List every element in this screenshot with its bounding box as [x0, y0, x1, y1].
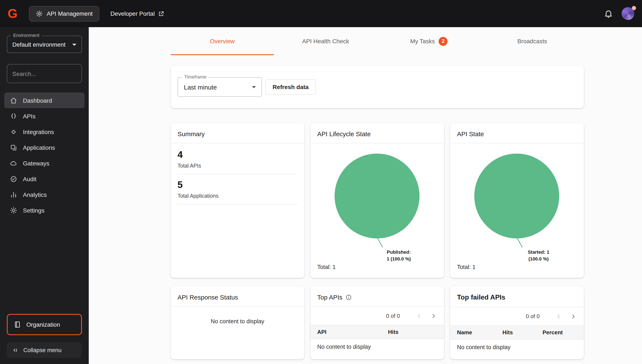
audit-icon [10, 175, 18, 183]
app-switcher-label: API Management [47, 10, 93, 17]
pie-callout-line [517, 238, 524, 248]
collapse-menu-button[interactable]: Collapse menu [7, 342, 82, 358]
user-avatar[interactable] [622, 7, 634, 20]
applications-icon [10, 144, 18, 151]
chevron-down-icon [252, 86, 256, 88]
stat-value: 4 [177, 149, 297, 160]
sidebar-search [7, 64, 82, 83]
settings-gear-icon [10, 206, 18, 214]
info-icon[interactable] [346, 294, 352, 300]
topbar: G API Management Developer Portal [0, 0, 642, 27]
api-response-status-title: API Response Status [171, 286, 304, 307]
tab-label: API Health Check [302, 38, 349, 44]
sidebar-item-applications[interactable]: Applications [4, 140, 85, 155]
sidebar-bottom: Organization Collapse menu [0, 314, 89, 364]
next-page-button[interactable] [426, 309, 441, 323]
api-state-pie-chart[interactable] [474, 154, 559, 238]
search-input[interactable] [12, 70, 89, 77]
api-lifecycle-state-card: API Lifecycle State Published: 1 (100.0 … [310, 123, 444, 278]
column-header-hits: Hits [496, 329, 536, 336]
previous-page-button[interactable] [412, 309, 426, 323]
tab-my-tasks[interactable]: My Tasks 2 [377, 27, 481, 55]
tab-api-health-check[interactable]: API Health Check [274, 27, 378, 55]
sidebar-item-label: Integrations [23, 128, 54, 135]
clipped-card [171, 363, 304, 364]
sidebar-item-settings[interactable]: Settings [4, 202, 85, 218]
stat-total-applications: 5 Total Applications [177, 174, 297, 204]
sidebar-item-label: Settings [23, 207, 44, 214]
pie-label-line1: Published: [371, 249, 426, 256]
next-page-button[interactable] [566, 309, 580, 324]
top-failed-apis-paginator: 0 of 0 [450, 307, 584, 326]
top-apis-table-header: API Hits [310, 325, 444, 339]
external-link-icon [158, 10, 165, 17]
avatar-status-dot [632, 6, 636, 10]
sidebar-item-dashboard[interactable]: Dashboard [4, 92, 85, 108]
lifecycle-pie-label: Published: 1 (100.0 %) [371, 249, 426, 262]
environment-label: Environment [11, 33, 42, 38]
tab-broadcasts[interactable]: Broadcasts [481, 27, 584, 55]
tab-overview[interactable]: Overview [171, 27, 274, 55]
developer-portal-label: Developer Portal [110, 10, 155, 17]
top-apis-title: Top APIs [317, 294, 342, 301]
app-switcher-button[interactable]: API Management [29, 6, 99, 22]
my-tasks-badge: 2 [439, 37, 448, 46]
app-window: G API Management Developer Portal [0, 0, 642, 364]
column-header-percent: Percent [536, 329, 584, 336]
sidebar-item-label: Audit [23, 176, 37, 182]
collapse-menu-label: Collapse menu [23, 347, 62, 353]
pie-label-line1: Started: 1 [511, 249, 566, 256]
stat-value: 5 [177, 180, 297, 190]
top-failed-apis-table-header: Name Hits Percent [450, 326, 584, 340]
environment-selector[interactable]: Environment Default environment [7, 36, 82, 53]
column-header-api: API [310, 329, 381, 335]
tab-label: Overview [210, 38, 235, 44]
gravitee-logo[interactable]: G [8, 6, 22, 21]
api-response-status-card: API Response Status No content to displa… [171, 286, 304, 359]
sidebar-item-gateways[interactable]: Gateways [4, 155, 85, 171]
column-header-name: Name [450, 329, 496, 336]
pie-label-line2: (100.0 %) [511, 256, 566, 262]
gear-icon [36, 10, 43, 17]
sidebar-item-label: APIs [23, 113, 36, 120]
sidebar-nav: Dashboard APIs Integrations [4, 92, 85, 218]
sidebar: Environment Default environment [0, 27, 89, 364]
pie-label-line2: 1 (100.0 %) [371, 256, 426, 262]
refresh-data-button[interactable]: Refresh data [265, 79, 316, 94]
empty-state-text: No content to display [310, 339, 444, 355]
sidebar-item-apis[interactable]: APIs [4, 108, 85, 124]
column-header-hits: Hits [381, 329, 444, 335]
sidebar-item-integrations[interactable]: Integrations [4, 124, 85, 140]
tab-label: Broadcasts [517, 38, 547, 44]
timeframe-toolbar-card: Timeframe Last minute Refresh data [171, 66, 584, 108]
tab-label: My Tasks [410, 38, 435, 44]
lifecycle-pie-chart[interactable] [335, 154, 420, 238]
pagination-range: 0 of 0 [386, 313, 400, 319]
sidebar-item-analytics[interactable]: Analytics [4, 187, 85, 202]
clipped-card [450, 363, 584, 364]
sidebar-item-audit[interactable]: Audit [4, 171, 85, 187]
timeframe-select[interactable]: Timeframe Last minute [177, 77, 262, 97]
lifecycle-total: Total: 1 [317, 264, 336, 270]
pie-callout-line [377, 238, 384, 248]
api-state-card: API State Started: 1 (100.0 %) Total: 1 [450, 123, 584, 278]
sidebar-item-label: Gateways [23, 160, 50, 166]
timeframe-value: Last minute [184, 83, 217, 90]
previous-page-button[interactable] [552, 309, 566, 324]
stat-total-apis: 4 Total APIs [177, 144, 297, 174]
summary-card-title: Summary [171, 123, 304, 144]
developer-portal-link[interactable]: Developer Portal [110, 10, 165, 17]
pagination-range: 0 of 0 [526, 313, 540, 320]
dashboard-tabs: Overview API Health Check My Tasks 2 Bro… [171, 27, 584, 55]
top-failed-apis-title: Top failed APIs [450, 286, 584, 307]
environment-value: Default environment [12, 41, 66, 48]
organization-button[interactable]: Organization [7, 314, 82, 335]
sidebar-item-label: Dashboard [23, 97, 52, 104]
integrations-icon [10, 128, 18, 136]
organization-icon [14, 321, 21, 328]
api-lifecycle-state-title: API Lifecycle State [310, 123, 444, 144]
summary-card: Summary 4 Total APIs 5 Total Application… [171, 123, 304, 278]
main-content: Overview API Health Check My Tasks 2 Bro… [89, 27, 642, 364]
bell-icon [604, 9, 613, 18]
notifications-button[interactable] [600, 6, 616, 22]
